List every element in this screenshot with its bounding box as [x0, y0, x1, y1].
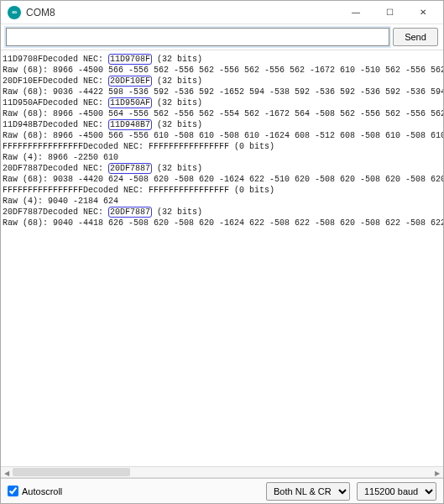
send-button[interactable]: Send [393, 28, 438, 46]
nec-code: 11D950AF [108, 97, 152, 108]
nec-code: 11D948B7 [108, 119, 152, 130]
output-line: 20DF7887Decoded NEC: 20DF7887 (32 bits) [3, 207, 441, 218]
scroll-right-icon[interactable]: ▶ [431, 467, 443, 479]
output-line: Raw (68): 8966 -4500 566 -556 610 -508 6… [3, 130, 441, 141]
autoscroll-input[interactable] [8, 486, 18, 496]
line-ending-select[interactable]: Both NL & CR [266, 482, 350, 501]
serial-input[interactable] [6, 28, 389, 46]
window-controls: — ☐ ✕ [339, 3, 440, 23]
nec-code: 20DF7887 [108, 163, 152, 174]
titlebar: ∞ COM8 — ☐ ✕ [1, 1, 443, 24]
output-line: FFFFFFFFFFFFFFFFDecoded NEC: FFFFFFFFFFF… [3, 141, 441, 152]
autoscroll-label: Autoscroll [22, 486, 62, 496]
output-line: 11D9708FDecoded NEC: 11D9708F (32 bits) [3, 54, 441, 65]
autoscroll-checkbox[interactable]: Autoscroll [8, 486, 62, 496]
nec-code: 20DF7887 [108, 207, 152, 218]
output-line: 11D948B7Decoded NEC: 11D948B7 (32 bits) [3, 119, 441, 130]
close-button[interactable]: ✕ [406, 3, 440, 23]
scroll-left-icon[interactable]: ◀ [1, 467, 13, 479]
nec-code: 20DF10EF [108, 76, 152, 87]
output-line: 20DF10EFDecoded NEC: 20DF10EF (32 bits) [3, 76, 441, 87]
footer: Autoscroll Both NL & CR 115200 baud [1, 478, 443, 503]
minimize-button[interactable]: — [339, 3, 373, 23]
output-line: Raw (68): 9038 -4420 624 -508 620 -508 6… [3, 174, 441, 185]
horizontal-scrollbar[interactable]: ◀ ▶ [1, 466, 443, 478]
output-line: Raw (68): 9036 -4422 598 -536 592 -536 5… [3, 87, 441, 97]
output-line: 20DF7887Decoded NEC: 20DF7887 (32 bits) [3, 163, 441, 174]
maximize-button[interactable]: ☐ [373, 3, 406, 23]
window-title: COM8 [26, 7, 339, 18]
output-line: 11D950AFDecoded NEC: 11D950AF (32 bits) [3, 97, 441, 108]
baud-select[interactable]: 115200 baud [357, 482, 436, 501]
nec-code: 11D9708F [108, 54, 152, 65]
output-line: Raw (68): 9040 -4418 626 -508 620 -508 6… [3, 218, 441, 228]
output-line: Raw (68): 8966 -4500 566 -556 562 -556 5… [3, 65, 441, 76]
output-line: Raw (68): 8966 -4500 564 -556 562 -556 5… [3, 108, 441, 119]
scroll-thumb[interactable] [13, 468, 130, 476]
output-line: Raw (4): 8966 -2250 610 [3, 152, 441, 163]
arduino-icon: ∞ [8, 6, 21, 19]
output-line: FFFFFFFFFFFFFFFFDecoded NEC: FFFFFFFFFFF… [3, 185, 441, 196]
input-row: Send [1, 24, 443, 50]
serial-output: 11D9708FDecoded NEC: 11D9708F (32 bits)R… [1, 50, 443, 466]
output-line: Raw (4): 9040 -2184 624 [3, 196, 441, 207]
